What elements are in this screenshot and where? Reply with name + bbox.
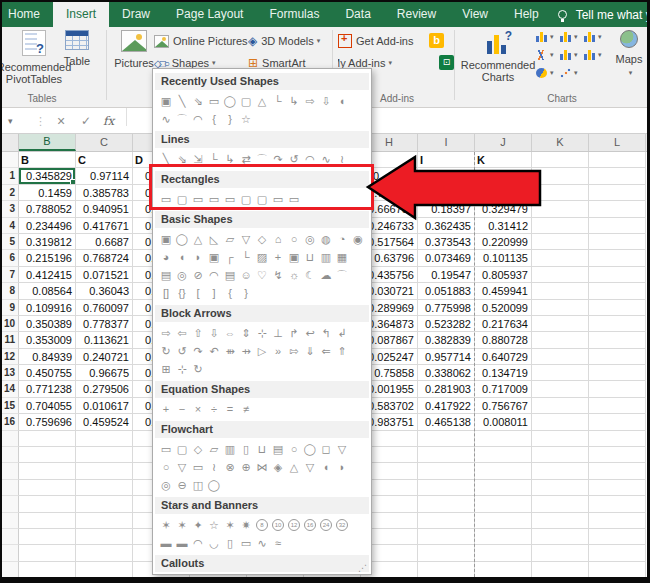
cell[interactable] [19, 431, 76, 447]
3d-models-button[interactable]: ◈ 3D Models ▾ [248, 32, 320, 50]
row-header[interactable]: 16 [2, 414, 19, 430]
shape-icon[interactable]: ▷ [254, 343, 270, 360]
cell[interactable]: 0.051883 [418, 283, 475, 299]
cell[interactable]: 0.109916 [19, 300, 76, 316]
row-header[interactable]: 3 [2, 201, 19, 217]
shape-icon[interactable]: [] [158, 285, 174, 302]
cell[interactable]: 0.717009 [475, 381, 532, 397]
cell[interactable]: 0.450755 [19, 365, 76, 381]
cell[interactable] [532, 283, 589, 299]
row-header[interactable]: 2 [2, 185, 19, 201]
shape-icon[interactable]: ▣ [206, 249, 222, 266]
shape-icon[interactable]: ◯ [190, 575, 206, 576]
shape-icon[interactable]: ✶ [158, 517, 174, 534]
cell[interactable] [475, 480, 532, 496]
cell[interactable] [589, 218, 646, 234]
row-header[interactable]: 15 [2, 398, 19, 414]
cell[interactable] [418, 447, 475, 463]
shape-icon[interactable]: ▭ [158, 575, 174, 576]
get-add-ins-button[interactable]: Get Add-ins [338, 32, 413, 50]
shape-icon[interactable]: 32 [336, 519, 348, 531]
shape-icon[interactable]: ▬ [174, 535, 190, 552]
shape-icon[interactable]: ▢ [238, 93, 254, 110]
shape-icon[interactable]: ◕ [158, 249, 174, 266]
shape-icon[interactable]: ◗ [190, 249, 206, 266]
shape-icon[interactable]: ◯ [222, 93, 238, 110]
cell[interactable]: 0.350389 [19, 316, 76, 332]
cell[interactable] [76, 545, 133, 561]
row-header[interactable] [2, 513, 19, 529]
cell[interactable]: 0.220999 [475, 234, 532, 250]
cell[interactable] [418, 562, 475, 577]
cell[interactable]: 0.134719 [475, 365, 532, 381]
row-header[interactable] [2, 480, 19, 496]
cell[interactable] [418, 431, 475, 447]
shape-icon[interactable]: ▤ [158, 267, 174, 284]
cell[interactable]: 0.073469 [418, 250, 475, 266]
cell[interactable]: 0.373543 [418, 234, 475, 250]
row-header[interactable]: 5 [2, 234, 19, 250]
shape-icon[interactable]: ⌐ [254, 575, 270, 576]
shape-icon[interactable]: ⇘ [190, 93, 206, 110]
shape-icon[interactable]: ◎ [158, 477, 174, 494]
cell[interactable] [589, 152, 646, 168]
shape-icon[interactable]: ⊹ [254, 325, 270, 342]
cell[interactable] [589, 463, 646, 479]
cell[interactable]: 0.353009 [19, 332, 76, 348]
shape-icon[interactable]: ↷ [190, 343, 206, 360]
shape-icon[interactable]: ⌂ [270, 231, 286, 248]
cell[interactable] [532, 447, 589, 463]
row-header[interactable]: 12 [2, 349, 19, 365]
shape-icon[interactable]: = [222, 401, 238, 418]
shape-icon[interactable]: ☆ [238, 111, 254, 128]
cell[interactable] [589, 414, 646, 430]
cell[interactable] [532, 414, 589, 430]
shape-icon[interactable]: ☁ [206, 575, 222, 576]
shape-icon[interactable]: 8 [256, 519, 268, 531]
shape-icon[interactable]: ✶ [222, 517, 238, 534]
cell[interactable] [589, 431, 646, 447]
shape-icon[interactable]: ↰ [318, 325, 334, 342]
shape-icon[interactable]: [ [190, 285, 206, 302]
cell[interactable]: 0.385783 [76, 185, 133, 201]
cell[interactable]: 0.771238 [19, 381, 76, 397]
cell[interactable]: 0.940951 [76, 201, 133, 217]
cell[interactable]: 0.1459 [19, 185, 76, 201]
shape-icon[interactable]: ⊗ [222, 459, 238, 476]
cell[interactable]: 0.382839 [418, 332, 475, 348]
cell[interactable] [589, 250, 646, 266]
shape-icon[interactable]: ↺ [174, 343, 190, 360]
row-header[interactable] [2, 562, 19, 577]
cell[interactable]: 0.880728 [475, 332, 532, 348]
cell[interactable] [589, 168, 646, 184]
cell[interactable] [418, 545, 475, 561]
shape-icon[interactable]: ⇦ [174, 325, 190, 342]
cell[interactable] [475, 545, 532, 561]
shape-icon[interactable]: ⋈ [254, 459, 270, 476]
cell[interactable] [76, 562, 133, 577]
cell[interactable]: 0.756767 [475, 398, 532, 414]
cell[interactable]: 0.97114 [76, 168, 133, 184]
shape-icon[interactable]: △ [286, 459, 302, 476]
cell[interactable]: 0.805937 [475, 267, 532, 283]
row-header[interactable] [2, 431, 19, 447]
shape-icon[interactable]: ↩ [302, 325, 318, 342]
shape-icon[interactable]: ▽ [334, 441, 350, 458]
shape-icon[interactable]: ∿ [254, 535, 270, 552]
cell[interactable] [589, 332, 646, 348]
shape-icon[interactable]: ÷ [206, 401, 222, 418]
scatter-chart-button[interactable]: ▾ [560, 68, 578, 78]
row-header[interactable] [2, 152, 19, 168]
column-header-l[interactable]: L [589, 134, 646, 151]
cell[interactable] [589, 562, 646, 577]
shape-icon[interactable]: ▣ [158, 231, 174, 248]
pictures-button[interactable]: Pictures [112, 30, 156, 69]
combo-chart-button[interactable]: ▾ [584, 50, 602, 60]
cell[interactable]: 0.759696 [19, 414, 76, 430]
shape-icon[interactable]: ⇓ [302, 343, 318, 360]
table-button[interactable]: Table [52, 30, 102, 67]
shape-icon[interactable]: ◖ [318, 459, 334, 476]
shape-icon[interactable]: ◎ [174, 267, 190, 284]
shape-icon[interactable]: ▱ [222, 231, 238, 248]
cell[interactable]: 0.217634 [475, 316, 532, 332]
